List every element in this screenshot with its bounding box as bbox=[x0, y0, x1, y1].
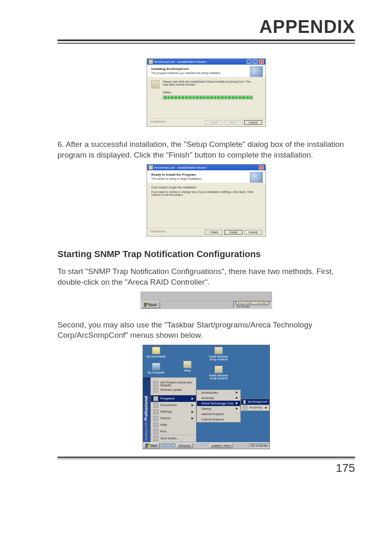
chevron-right-icon: ▶ bbox=[191, 417, 194, 420]
dialog-banner-icon bbox=[250, 172, 263, 183]
chevron-right-icon: ▶ bbox=[236, 402, 238, 405]
globe-icon bbox=[153, 388, 158, 392]
programs-submenu: Accessories▶ ArcSnmp▶ Areca Technology C… bbox=[196, 390, 241, 422]
start-button-label: Start bbox=[150, 444, 157, 448]
dialog-body-text: Click Install to begin the installation.… bbox=[151, 186, 261, 196]
dialog-header: Installing ArcSnmpConf The program featu… bbox=[147, 65, 265, 77]
dialog-title-text: ArcSnmpConf - InstallShield Wizard bbox=[154, 60, 206, 64]
dialog-footer: InstallShield < Back Next > Cancel bbox=[147, 118, 265, 126]
submenu-internet-explorer[interactable]: Internet Explorer bbox=[197, 411, 240, 417]
menu-help[interactable]: Help bbox=[151, 422, 196, 428]
dialog-subheading: The program features you selected are be… bbox=[151, 72, 261, 74]
title-rule-thin bbox=[58, 43, 355, 44]
minimize-button[interactable]: – bbox=[247, 60, 251, 64]
documents-icon bbox=[153, 403, 158, 408]
folder-icon bbox=[243, 406, 247, 410]
submenu2-arcsnmpconf[interactable]: ArcSnmpConf bbox=[241, 399, 269, 405]
dialog-heading: Installing ArcSnmpConf bbox=[151, 67, 261, 71]
gear-icon bbox=[153, 409, 158, 414]
progress-bar bbox=[163, 95, 253, 100]
submenu2-arcsnmp[interactable]: ArcSnmp▶ bbox=[241, 405, 269, 411]
installer-icon bbox=[149, 60, 153, 64]
submenu-accessories[interactable]: Accessories▶ bbox=[197, 390, 240, 395]
ready-to-install-dialog: ArcSnmpConf - InstallShield Wizard × Rea… bbox=[147, 164, 266, 237]
paragraph-method1: To start "SNMP Trap Notification Configr… bbox=[58, 266, 355, 287]
areca-submenu: ArcSnmpConf ArcSnmp▶ bbox=[241, 399, 270, 411]
chevron-right-icon: ▶ bbox=[236, 396, 238, 399]
back-button[interactable]: < Back bbox=[205, 230, 223, 234]
ql-icon[interactable] bbox=[161, 443, 165, 448]
help-icon bbox=[153, 422, 158, 427]
taskbar-task-paint[interactable]: untitled - Paint bbox=[210, 443, 233, 448]
submenu-areca-technology[interactable]: Areca Technology Corp▶ bbox=[197, 401, 240, 406]
submenu-arcsnmp[interactable]: ArcSnmp▶ bbox=[197, 395, 240, 401]
close-button[interactable]: × bbox=[259, 60, 264, 64]
page-number: 175 bbox=[58, 462, 355, 475]
cancel-button[interactable]: Cancel bbox=[244, 230, 262, 234]
dialog-body: Click Install to begin the installation.… bbox=[147, 183, 265, 228]
menu-set-program-access[interactable]: Set Program Access and Defaults bbox=[153, 381, 194, 387]
maximize-button[interactable]: □ bbox=[253, 60, 258, 64]
desktop-setup-icon[interactable]: setup bbox=[177, 361, 198, 372]
start-button[interactable]: Start bbox=[143, 443, 160, 448]
ql-icon[interactable] bbox=[166, 443, 170, 448]
ql-icon[interactable] bbox=[171, 443, 175, 448]
menu-shutdown[interactable]: Shut Down... bbox=[151, 435, 196, 442]
next-button: Next > bbox=[224, 120, 242, 125]
installshield-brand: InstallShield bbox=[150, 120, 166, 123]
desktop-my-computer-icon[interactable]: My Computer bbox=[145, 363, 167, 374]
cancel-button[interactable]: Cancel bbox=[244, 120, 262, 125]
menu-windows-update[interactable]: Windows Update bbox=[153, 388, 194, 392]
run-icon bbox=[153, 429, 158, 434]
taskbar-task-windows[interactable]: Windows bbox=[176, 443, 193, 448]
install-button[interactable]: Install bbox=[224, 230, 242, 234]
dialog-banner-icon bbox=[250, 66, 263, 78]
quick-launch[interactable] bbox=[160, 443, 176, 448]
title-rule-thick bbox=[58, 39, 355, 41]
submenu-outlook-express[interactable]: Outlook Express bbox=[197, 417, 240, 422]
app-icon bbox=[243, 400, 246, 404]
menu-run[interactable]: Run... bbox=[151, 428, 196, 435]
taskbar-tray-screenshot: Start Areca Raid Controller 10:49 AM bbox=[141, 292, 272, 309]
desktop-my-documents-icon[interactable]: My Documents bbox=[145, 347, 167, 358]
chevron-right-icon: ▶ bbox=[191, 397, 194, 400]
dialog-subheading: The wizard is ready to begin installatio… bbox=[151, 177, 261, 180]
dialog-title-text: ArcSnmpConf - InstallShield Wizard bbox=[154, 166, 206, 169]
volume-icon[interactable] bbox=[251, 444, 254, 447]
close-button[interactable]: × bbox=[259, 165, 264, 169]
chevron-right-icon: ▶ bbox=[236, 391, 238, 394]
dialog-footer: InstallShield < Back Install Cancel bbox=[147, 228, 265, 236]
status-label: Status: bbox=[163, 91, 261, 94]
start-button-label: Start bbox=[148, 303, 157, 307]
search-icon bbox=[153, 416, 158, 421]
tray-tooltip: Areca Raid Controller bbox=[236, 301, 268, 305]
install-progress-dialog: ArcSnmpConf - InstallShield Wizard – □ ×… bbox=[147, 58, 266, 127]
desktop-area: My Documents My Computer setup install w… bbox=[143, 345, 270, 377]
back-button: < Back bbox=[205, 120, 223, 125]
section-heading: Starting SNMP Trap Notification Configur… bbox=[58, 249, 355, 260]
footer-rule-thin bbox=[58, 459, 355, 459]
taskbar-clock: 10:50 AM bbox=[249, 443, 270, 448]
installer-icon bbox=[149, 165, 153, 169]
menu-programs[interactable]: Programs▶ bbox=[151, 395, 196, 402]
desktop-install-screen0-icon[interactable]: install windows snmp screen0 bbox=[208, 347, 229, 361]
shutdown-icon bbox=[153, 436, 158, 441]
paragraph-method2: Second, you may also use the "Taskbar St… bbox=[58, 320, 355, 341]
tray-clock: 10:49 AM bbox=[236, 305, 268, 309]
system-tray[interactable]: Areca Raid Controller 10:49 AM bbox=[233, 301, 272, 309]
windows-flag-icon bbox=[144, 303, 148, 307]
start-button[interactable]: Start bbox=[141, 301, 160, 309]
submenu-startup[interactable]: Startup▶ bbox=[197, 406, 240, 411]
dialog-body: Please wait while the InstallShield Wiza… bbox=[147, 77, 265, 118]
start-menu-column: Set Program Access and Defaults Windows … bbox=[150, 377, 196, 442]
menu-settings[interactable]: Settings▶ bbox=[151, 408, 196, 415]
menu-documents[interactable]: Documents▶ bbox=[151, 402, 196, 408]
chevron-right-icon: ▶ bbox=[191, 404, 194, 407]
menu-search[interactable]: Search▶ bbox=[151, 415, 196, 422]
folder-icon bbox=[153, 396, 158, 401]
dialog-titlebar: ArcSnmpConf - InstallShield Wizard – □ × bbox=[147, 59, 265, 65]
shield-icon bbox=[153, 381, 158, 386]
dialog-titlebar: ArcSnmpConf - InstallShield Wizard × bbox=[147, 165, 265, 170]
desktop-install-screen6-icon[interactable]: install windows snmp screen6 bbox=[208, 366, 229, 380]
chevron-right-icon: ▶ bbox=[191, 410, 194, 413]
